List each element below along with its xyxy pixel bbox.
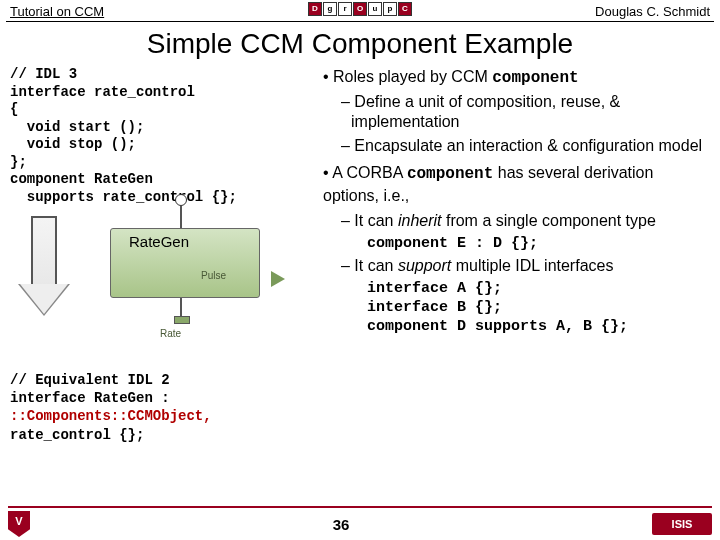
component-diagram: RateGen Pulse Rate [10,212,315,367]
code-component-d: component D supports A, B {}; [367,318,710,335]
subbullet-inherit: It can inherit from a single component t… [341,211,710,231]
pulse-label: Pulse [111,250,259,281]
code-interface-b: interface B {}; [367,299,710,316]
provided-interface-icon [180,206,182,228]
idl2-code: // Equivalent IDL 2 interface RateGen : … [10,371,315,444]
header-left: Tutorial on CCM [10,4,104,19]
vu-shield-icon: V [8,511,30,537]
header-right: Douglas C. Schmidt [595,4,710,19]
slide-title: Simple CCM Component Example [0,28,720,60]
receptacle-icon [180,298,182,318]
slide-header: Tutorial on CCM D g r O u p C Douglas C.… [0,0,720,21]
code-interface-a: interface A {}; [367,280,710,297]
left-column: // IDL 3 interface rate_control { void s… [10,66,315,444]
component-name: RateGen [111,229,259,250]
page-number: 36 [333,516,350,533]
header-rule [6,21,714,22]
component-box: RateGen Pulse [110,228,260,298]
subbullet-define: Define a unit of composition, reuse, & i… [341,92,710,132]
down-arrow-icon [18,216,70,326]
event-source-icon [271,271,285,287]
rate-label: Rate [160,328,181,339]
doc-logo: D g r O u p C [308,2,412,16]
content-area: // IDL 3 interface rate_control { void s… [0,66,720,444]
subbullet-support: It can support multiple IDL interfaces [341,256,710,276]
bullet-roles: Roles played by CCM component [323,66,710,90]
right-column: Roles played by CCM component Define a u… [323,66,710,444]
slide-footer: V 36 ISIS [0,506,720,536]
isis-logo-icon: ISIS [652,513,712,535]
footer-rule [8,506,712,508]
code-inherit: component E : D {}; [367,235,710,252]
bullet-corba: A CORBA component has several derivation… [323,162,710,207]
idl3-code: // IDL 3 interface rate_control { void s… [10,66,315,206]
subbullet-encapsulate: Encapsulate an interaction & configurati… [341,136,710,156]
